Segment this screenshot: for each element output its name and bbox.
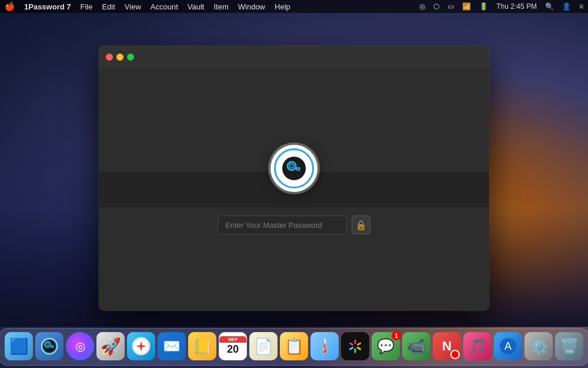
dock-item-trash[interactable]: 🗑️ xyxy=(555,332,583,360)
minimize-button[interactable] xyxy=(116,54,123,61)
lock-icon-button[interactable]: 🔒 xyxy=(352,216,370,234)
svg-rect-3 xyxy=(295,167,300,169)
master-password-input[interactable] xyxy=(218,216,347,234)
svg-rect-4 xyxy=(298,169,300,171)
dock-photos-icon xyxy=(345,336,365,356)
menu-file[interactable]: File xyxy=(81,2,93,11)
menu-item[interactable]: Item xyxy=(213,2,228,11)
messages-badge: 1 xyxy=(392,331,401,340)
control-center-icon[interactable]: ≡ xyxy=(579,2,583,11)
menubar-right: ◎ ⬡ ▭ 📶 🔋 Thu 2:45 PM 🔍 👤 ≡ xyxy=(419,2,583,11)
dock-item-safari[interactable] xyxy=(127,332,155,360)
menu-account[interactable]: Account xyxy=(151,2,178,11)
logo-container xyxy=(270,145,318,192)
maximize-button[interactable] xyxy=(127,54,134,61)
dock: 🟦 ◎ 🚀 ✉️ 📒 xyxy=(0,328,588,366)
dock-item-reminders[interactable]: 📋 xyxy=(280,332,308,360)
siri-menubar-icon[interactable]: ◎ xyxy=(419,2,425,11)
airplay-icon[interactable]: ▭ xyxy=(447,2,454,11)
search-icon[interactable]: 🔍 xyxy=(545,2,554,11)
dock-1password-icon xyxy=(40,337,59,356)
logo-inner xyxy=(274,148,314,188)
close-button[interactable] xyxy=(106,54,113,61)
dock-item-appstore[interactable]: A xyxy=(494,332,522,360)
password-area: 🔒 xyxy=(218,216,370,234)
svg-rect-11 xyxy=(52,347,54,349)
lock-icon: 🔒 xyxy=(355,220,367,231)
title-bar xyxy=(99,46,489,68)
logo-circle xyxy=(270,145,318,192)
traffic-lights xyxy=(106,54,134,61)
dock-item-facetime[interactable]: 📹 xyxy=(402,332,430,360)
svg-rect-12 xyxy=(51,347,52,348)
dock-item-stickies[interactable]: 📄 xyxy=(249,332,278,360)
menubar: 🍎 1Password 7 File Edit View Account Vau… xyxy=(0,0,588,13)
wifi-icon[interactable]: 📶 xyxy=(462,2,471,11)
svg-rect-5 xyxy=(296,169,298,171)
dock-item-siri[interactable]: ◎ xyxy=(66,332,94,360)
dock-item-finder[interactable]: 🟦 xyxy=(5,332,33,360)
dock-item-1password[interactable] xyxy=(35,332,64,360)
app-name[interactable]: 1Password 7 xyxy=(24,2,71,11)
menu-window[interactable]: Window xyxy=(238,2,265,11)
1password-logo-svg xyxy=(281,155,307,181)
menubar-left: 🍎 1Password 7 File Edit View Account Vau… xyxy=(5,2,290,11)
dock-appstore-icon: A xyxy=(499,337,517,355)
dock-item-photos[interactable] xyxy=(341,332,369,360)
screen-icon[interactable]: ⬡ xyxy=(433,2,439,11)
dock-item-notes[interactable]: 📒 xyxy=(188,332,216,360)
dock-item-calendar[interactable]: SEP 20 xyxy=(219,332,247,360)
svg-rect-10 xyxy=(50,346,54,347)
app-window: 🔒 xyxy=(99,46,489,311)
menu-edit[interactable]: Edit xyxy=(102,2,115,11)
battery-icon[interactable]: 🔋 xyxy=(479,2,488,11)
menu-vault[interactable]: Vault xyxy=(188,2,205,11)
apple-menu[interactable]: 🍎 xyxy=(5,2,15,11)
dock-item-messages[interactable]: 💬 1 xyxy=(372,332,400,360)
dock-safari-icon xyxy=(131,336,151,356)
dock-item-weather[interactable]: 🌡️ xyxy=(310,332,339,360)
user-icon[interactable]: 👤 xyxy=(562,2,571,11)
menu-help[interactable]: Help xyxy=(275,2,290,11)
svg-text:A: A xyxy=(505,340,512,352)
window-content: 🔒 xyxy=(99,68,489,311)
menu-view[interactable]: View xyxy=(125,2,141,11)
dock-item-system-preferences[interactable]: ⚙️ xyxy=(524,332,553,360)
dock-item-launchpad[interactable]: 🚀 xyxy=(96,332,125,360)
dock-item-mail[interactable]: ✉️ xyxy=(158,332,186,360)
clock: Thu 2:45 PM xyxy=(496,2,537,11)
dock-item-news[interactable]: N xyxy=(433,332,461,360)
dock-item-music[interactable]: 🎵 xyxy=(463,332,492,360)
